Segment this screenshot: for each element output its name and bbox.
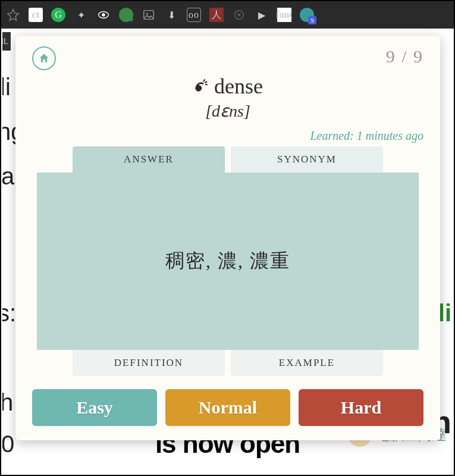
tab-example[interactable]: EXAMPLE	[231, 350, 383, 376]
svg-line-6	[203, 80, 205, 81]
normal-button[interactable]: Normal	[165, 389, 290, 426]
purple-extension-icon[interactable]: ✦	[74, 8, 88, 22]
svg-point-1	[102, 13, 105, 17]
adobe-extension-icon[interactable]: 人	[209, 8, 224, 22]
pronounce-icon[interactable]	[193, 79, 208, 94]
font-extension-icon[interactable]: font	[277, 8, 291, 22]
learned-timestamp: Learned: 1 minutes ago	[32, 129, 423, 143]
difficulty-row: Easy Normal Hard	[32, 389, 423, 426]
oo-extension-icon[interactable]: oo	[187, 8, 201, 22]
bg-fragment: a	[2, 154, 14, 199]
bg-fragment: 0	[2, 421, 14, 466]
bg-fragment: li	[438, 290, 451, 336]
bottom-tab-row: DEFINITION EXAMPLE	[37, 350, 419, 376]
download-icon[interactable]: ⬇	[164, 8, 178, 22]
tab-area: ANSWER SYNONYM 稠密, 濃, 濃重 DEFINITION EXAM…	[32, 146, 423, 376]
answer-panel: 稠密, 濃, 濃重	[37, 173, 419, 350]
card-header: 9 / 9	[32, 46, 423, 70]
x-extension-icon[interactable]	[232, 8, 246, 22]
ct-extension-icon[interactable]: ct	[29, 8, 43, 22]
browser-toolbar: ct G ✦ ⬇ oo 人 ▶ font	[1, 1, 454, 29]
svg-point-5	[195, 85, 202, 92]
bg-fragment: li	[2, 64, 11, 109]
bg-fragment: h	[2, 380, 13, 425]
answer-text: 稠密, 濃, 濃重	[165, 248, 290, 274]
grammarly-icon[interactable]: G	[51, 8, 65, 22]
svg-rect-2	[144, 11, 154, 20]
flashcard-popup: 9 / 9 dense [dɛns] Learned: 1 minutes ag…	[15, 36, 440, 440]
home-icon	[38, 52, 50, 64]
easy-button[interactable]: Easy	[32, 389, 157, 426]
tab-synonym[interactable]: SYNONYM	[231, 146, 383, 173]
svg-line-8	[206, 84, 207, 85]
green-check-extension-icon[interactable]	[119, 8, 133, 22]
word-block: dense [dɛns]	[32, 74, 423, 121]
hard-button[interactable]: Hard	[299, 389, 423, 426]
image-extension-icon[interactable]	[142, 8, 156, 22]
svg-line-7	[205, 82, 206, 82]
home-button[interactable]	[32, 46, 56, 70]
tab-answer[interactable]: ANSWER	[73, 146, 225, 173]
vocab-extension-icon[interactable]	[300, 8, 314, 22]
play-extension-icon[interactable]: ▶	[255, 8, 269, 22]
word-text: dense	[214, 74, 263, 99]
bookmark-star-icon[interactable]	[6, 8, 20, 22]
bg-fragment: IL	[2, 32, 11, 51]
phonetic-text: [dɛns]	[32, 101, 423, 121]
tab-definition[interactable]: DEFINITION	[73, 350, 225, 376]
top-tab-row: ANSWER SYNONYM	[37, 146, 419, 173]
eye-extension-icon[interactable]	[96, 8, 111, 22]
svg-point-3	[146, 13, 148, 15]
bg-fragment: s:	[2, 290, 16, 336]
progress-counter: 9 / 9	[386, 46, 423, 67]
